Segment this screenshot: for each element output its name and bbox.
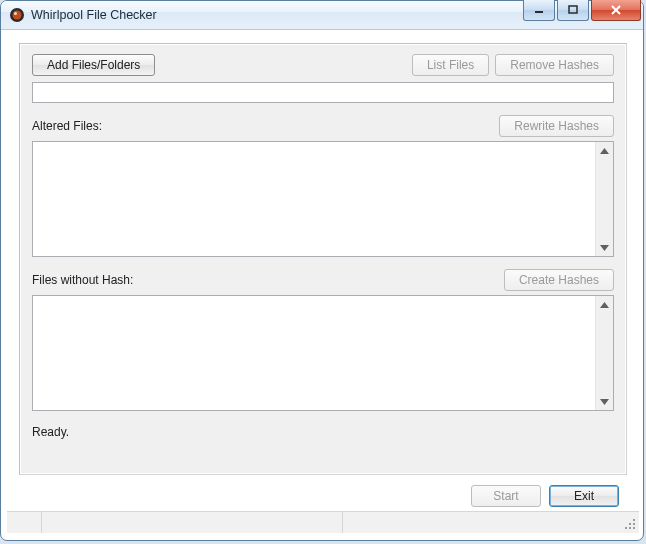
add-files-folders-button[interactable]: Add Files/Folders (32, 54, 155, 76)
statusbar-cell-1 (7, 512, 42, 533)
main-panel: Add Files/Folders List Files Remove Hash… (19, 43, 627, 475)
statusbar-cell-2 (42, 512, 343, 533)
exit-button[interactable]: Exit (549, 485, 619, 507)
files-without-hash-section: Files without Hash: Create Hashes (32, 269, 614, 411)
create-hashes-button[interactable]: Create Hashes (504, 269, 614, 291)
svg-point-2 (14, 12, 17, 15)
svg-marker-8 (600, 245, 609, 251)
path-input-row (32, 82, 614, 103)
toolbar-right-group: List Files Remove Hashes (412, 54, 614, 76)
altered-files-label: Altered Files: (32, 119, 102, 133)
toolbar-row: Add Files/Folders List Files Remove Hash… (32, 54, 614, 76)
start-button[interactable]: Start (471, 485, 541, 507)
svg-rect-12 (629, 527, 631, 529)
scroll-up-icon[interactable] (596, 296, 613, 313)
caption-buttons (523, 0, 641, 21)
rewrite-hashes-button[interactable]: Rewrite Hashes (499, 115, 614, 137)
close-button[interactable] (591, 0, 641, 21)
altered-files-scrollbar[interactable] (595, 142, 613, 256)
minimize-button[interactable] (523, 0, 555, 21)
svg-marker-10 (600, 399, 609, 405)
svg-rect-11 (633, 527, 635, 529)
app-window: Whirlpool File Checker Add Files/Folders (0, 0, 644, 541)
svg-point-1 (13, 11, 22, 20)
scroll-down-icon[interactable] (596, 239, 613, 256)
altered-files-section: Altered Files: Rewrite Hashes (32, 115, 614, 257)
svg-rect-15 (629, 523, 631, 525)
maximize-button[interactable] (557, 0, 589, 21)
svg-rect-4 (569, 6, 577, 13)
svg-rect-14 (625, 527, 627, 529)
list-files-button[interactable]: List Files (412, 54, 489, 76)
svg-marker-7 (600, 148, 609, 154)
svg-rect-3 (535, 11, 543, 13)
path-input[interactable] (32, 82, 614, 103)
files-without-hash-label: Files without Hash: (32, 273, 133, 287)
resize-grip-icon[interactable] (617, 512, 639, 533)
footer-buttons: Start Exit (471, 485, 619, 507)
scroll-down-icon[interactable] (596, 393, 613, 410)
statusbar (7, 511, 639, 533)
altered-files-list[interactable] (32, 141, 614, 257)
svg-rect-16 (633, 519, 635, 521)
svg-rect-13 (633, 523, 635, 525)
remove-hashes-button[interactable]: Remove Hashes (495, 54, 614, 76)
scroll-up-icon[interactable] (596, 142, 613, 159)
files-without-hash-list[interactable] (32, 295, 614, 411)
client-area: Add Files/Folders List Files Remove Hash… (7, 35, 639, 533)
status-message: Ready. (32, 425, 614, 439)
svg-marker-9 (600, 302, 609, 308)
titlebar[interactable]: Whirlpool File Checker (1, 1, 643, 30)
window-title: Whirlpool File Checker (31, 8, 157, 22)
files-without-hash-scrollbar[interactable] (595, 296, 613, 410)
app-icon (9, 7, 25, 23)
